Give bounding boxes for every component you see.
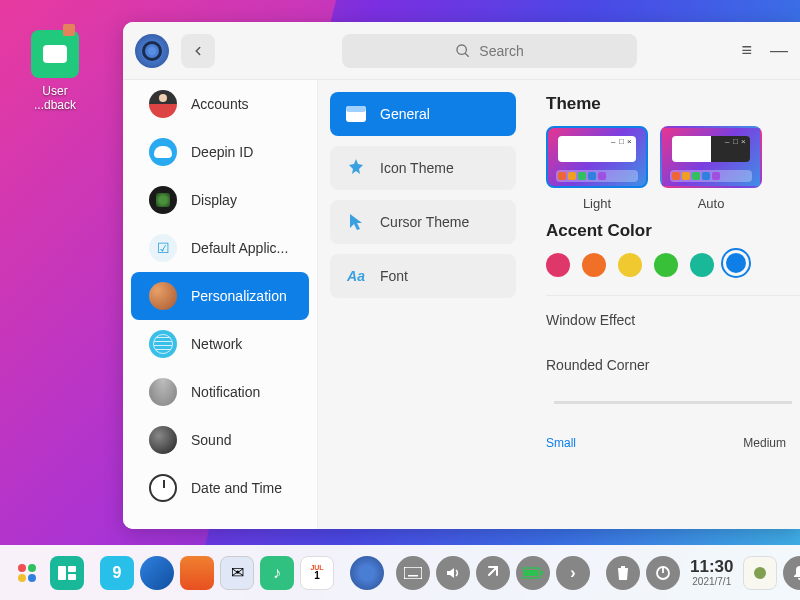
svg-rect-7 [68, 566, 76, 572]
taskbar-mail[interactable]: ✉ [220, 556, 254, 590]
sidebar-item-accounts[interactable]: Accounts [131, 80, 309, 128]
accent-swatch-orange[interactable] [582, 253, 606, 277]
sidebar-item-label: Deepin ID [191, 144, 253, 160]
svg-point-16 [754, 567, 766, 579]
taskbar-launcher[interactable] [10, 556, 44, 590]
taskbar-desktop-icon[interactable] [743, 556, 777, 590]
taskbar-app-1[interactable]: 9 [100, 556, 134, 590]
bell-icon [149, 378, 177, 406]
theme-option-auto[interactable]: –□× Auto [660, 126, 762, 211]
desktop-icon-user-feedback[interactable]: User ...dback [25, 30, 85, 113]
sidebar-item-sound[interactable]: Sound [131, 416, 309, 464]
speaker-icon [149, 426, 177, 454]
sidebar-item-personalization[interactable]: Personalization [131, 272, 309, 320]
subnav-icon-theme[interactable]: Icon Theme [330, 146, 516, 190]
cloud-icon [149, 138, 177, 166]
svg-point-2 [18, 564, 26, 572]
sidebar-item-label: Personalization [191, 288, 287, 304]
taskbar-tray-expand-icon[interactable]: › [556, 556, 590, 590]
accent-swatch-yellow[interactable] [618, 253, 642, 277]
rounded-corner-slider[interactable] [554, 401, 792, 404]
personalization-icon [149, 282, 177, 310]
taskbar-settings-running[interactable] [350, 556, 384, 590]
taskbar-power-icon[interactable] [646, 556, 680, 590]
accent-section-title: Accent Color [546, 221, 800, 241]
taskbar: 9 ✉ ♪ JUL1 › 11:30 2021/7/1 [0, 545, 800, 600]
accent-swatch-blue[interactable] [726, 253, 746, 273]
taskbar-music[interactable]: ♪ [260, 556, 294, 590]
sidebar-item-default-applications[interactable]: Default Applic... [131, 224, 309, 272]
settings-window: Search ≡ — Accounts Deepin ID Display De… [123, 22, 800, 529]
svg-point-5 [28, 574, 36, 582]
svg-rect-6 [58, 566, 66, 580]
sidebar-item-label: Sound [191, 432, 231, 448]
clock-icon [149, 474, 177, 502]
sidebar-item-label: Default Applic... [191, 240, 288, 256]
sidebar-item-network[interactable]: Network [131, 320, 309, 368]
feedback-icon [31, 30, 79, 78]
subnav-label: Icon Theme [380, 160, 454, 176]
svg-rect-13 [541, 571, 543, 575]
menu-button[interactable]: ≡ [741, 40, 752, 61]
accounts-icon [149, 90, 177, 118]
sidebar-item-display[interactable]: Display [131, 176, 309, 224]
default-app-icon [149, 234, 177, 262]
rounded-corner-section: Rounded Corner Small Medium [546, 343, 800, 450]
accent-swatch-teal[interactable] [690, 253, 714, 277]
back-button[interactable] [181, 34, 215, 68]
network-icon [149, 330, 177, 358]
search-input[interactable]: Search [342, 34, 637, 68]
sidebar-item-notification[interactable]: Notification [131, 368, 309, 416]
subnav-label: Font [380, 268, 408, 284]
font-icon: Aa [346, 266, 366, 286]
sidebar-item-label: Date and Time [191, 480, 282, 496]
taskbar-app-store[interactable] [180, 556, 214, 590]
taskbar-calendar[interactable]: JUL1 [300, 556, 334, 590]
sidebar-item-label: Notification [191, 384, 260, 400]
theme-section-title: Theme [546, 94, 800, 114]
search-icon [455, 43, 471, 59]
svg-rect-9 [404, 567, 422, 579]
subnav-cursor-theme[interactable]: Cursor Theme [330, 200, 516, 244]
subnav-font[interactable]: Aa Font [330, 254, 516, 298]
clock-date: 2021/7/1 [690, 576, 733, 587]
rounded-corner-label: Rounded Corner [546, 357, 800, 373]
taskbar-trash-icon[interactable] [606, 556, 640, 590]
sidebar-item-deepin-id[interactable]: Deepin ID [131, 128, 309, 176]
general-icon [346, 104, 366, 124]
window-header: Search ≡ — [123, 22, 800, 80]
search-placeholder: Search [479, 43, 523, 59]
cursor-icon [346, 212, 366, 232]
sidebar-item-label: Network [191, 336, 242, 352]
taskbar-clock[interactable]: 11:30 2021/7/1 [690, 558, 733, 588]
taskbar-browser[interactable] [140, 556, 174, 590]
subnav-general[interactable]: General [330, 92, 516, 136]
slider-label-small: Small [546, 436, 576, 450]
svg-rect-10 [408, 575, 418, 577]
theme-option-light[interactable]: –□× Light [546, 126, 648, 211]
svg-rect-8 [68, 574, 76, 580]
taskbar-notification-icon[interactable] [783, 556, 800, 590]
sidebar-item-label: Display [191, 192, 237, 208]
subnav-label: Cursor Theme [380, 214, 469, 230]
minimize-button[interactable]: — [770, 40, 788, 61]
theme-label: Light [546, 196, 648, 211]
window-effect-label: Window Effect [546, 312, 635, 328]
taskbar-volume-icon[interactable] [436, 556, 470, 590]
svg-rect-1 [346, 106, 366, 112]
theme-label: Auto [660, 196, 762, 211]
window-effect-row[interactable]: Window Effect [546, 295, 800, 343]
svg-rect-12 [524, 570, 538, 576]
taskbar-keyboard-icon[interactable] [396, 556, 430, 590]
taskbar-multitask[interactable] [50, 556, 84, 590]
sidebar-item-date-time[interactable]: Date and Time [131, 464, 309, 512]
sub-navigation: General Icon Theme Cursor Theme Aa Font [318, 80, 528, 529]
accent-swatch-green[interactable] [654, 253, 678, 277]
content-pane: Theme –□× Light –□× Auto Acce [528, 80, 800, 529]
accent-swatch-pink[interactable] [546, 253, 570, 277]
desktop-icon-label: User ...dback [25, 84, 85, 113]
sidebar: Accounts Deepin ID Display Default Appli… [123, 80, 318, 529]
taskbar-battery-icon[interactable] [516, 556, 550, 590]
display-icon [149, 186, 177, 214]
taskbar-network-icon[interactable] [476, 556, 510, 590]
